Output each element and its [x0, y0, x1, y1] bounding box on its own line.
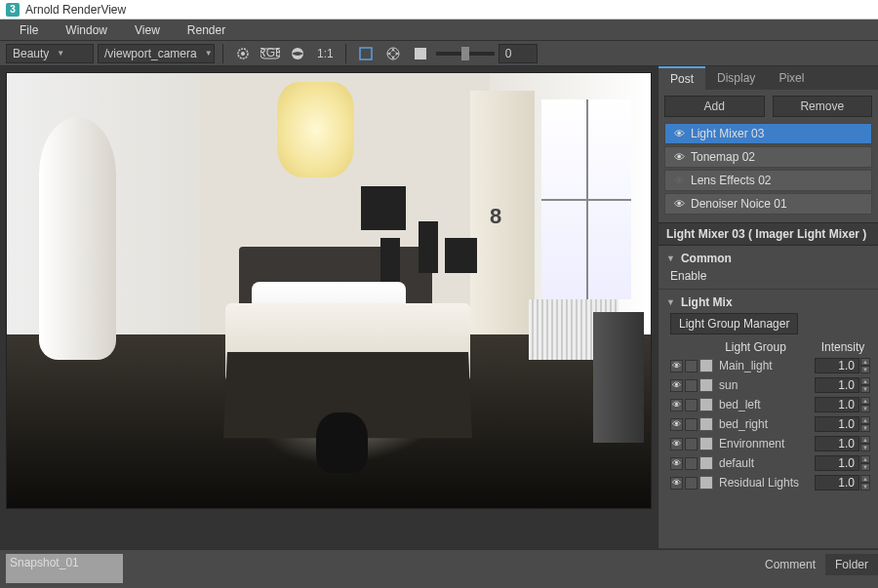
tab-comment[interactable]: Comment — [755, 554, 825, 575]
title-bar: 3 Arnold RenderView — [0, 0, 878, 20]
light-group-row: 👁Main_light1.0▲▼ — [670, 356, 870, 375]
aspect-ratio-icon[interactable]: 1:1 — [313, 42, 338, 65]
rollout-lightmix-header[interactable]: ▼ Light Mix — [666, 294, 870, 311]
rollout-lightmix: ▼ Light Mix Light Group Manager Light Gr… — [658, 290, 878, 549]
imager-section-title: Light Mixer 03 ( Imager Light Mixer ) — [658, 222, 878, 246]
color-swatch[interactable] — [699, 437, 713, 451]
eye-icon[interactable]: 👁 — [670, 438, 683, 451]
color-swatch[interactable] — [699, 398, 713, 412]
camera-dropdown[interactable]: /viewport_camera ▼ — [98, 44, 215, 63]
color-swatch[interactable] — [699, 378, 713, 392]
imager-item-tonemap[interactable]: 👁 Tonemap 02 — [664, 146, 872, 168]
light-group-name: Residual Lights — [717, 476, 815, 490]
tab-pixel[interactable]: Pixel — [767, 66, 816, 90]
caret-down-icon: ▼ — [205, 49, 213, 58]
eye-icon[interactable]: 👁 — [670, 399, 683, 412]
exposure-value[interactable]: 0 — [499, 44, 538, 63]
col-intensity: Intensity — [816, 340, 870, 354]
imager-item-denoiser[interactable]: 👁 Denoiser Noice 01 — [664, 193, 872, 215]
light-group-name: bed_left — [717, 398, 815, 412]
spinner[interactable]: ▲▼ — [860, 455, 870, 471]
rollout-common-header[interactable]: ▼ Common — [666, 250, 870, 267]
spinner[interactable]: ▲▼ — [860, 397, 870, 412]
panel-tabs: Post Display Pixel — [658, 66, 878, 90]
aperture-icon[interactable] — [381, 42, 405, 65]
eye-icon[interactable]: 👁 — [670, 360, 683, 372]
solo-icon[interactable] — [685, 399, 698, 412]
footer-bar: Snapshot_01 Comment Folder — [0, 549, 878, 588]
globe-icon[interactable] — [286, 42, 309, 65]
light-group-manager-button[interactable]: Light Group Manager — [670, 313, 798, 334]
intensity-input[interactable]: 1.0 — [815, 377, 859, 393]
render-area: 8 — [0, 66, 658, 549]
intensity-input[interactable]: 1.0 — [815, 436, 859, 451]
solo-icon[interactable] — [685, 360, 698, 372]
solo-icon[interactable] — [685, 477, 698, 490]
light-group-row: 👁bed_right1.0▲▼ — [670, 414, 870, 434]
solo-icon[interactable] — [685, 418, 698, 431]
light-group-row: 👁bed_left1.0▲▼ — [670, 395, 870, 414]
imager-item-light-mixer[interactable]: 👁 Light Mixer 03 — [664, 123, 872, 144]
tab-folder[interactable]: Folder — [825, 554, 878, 575]
eye-icon[interactable]: 👁 — [670, 418, 683, 431]
intensity-input[interactable]: 1.0 — [815, 397, 859, 412]
intensity-input[interactable]: 1.0 — [815, 416, 859, 432]
eye-icon[interactable]: 👁 — [670, 379, 683, 392]
enable-label[interactable]: Enable — [670, 269, 706, 283]
aov-dropdown[interactable]: Beauty ▼ — [6, 44, 94, 63]
render-view[interactable]: 8 — [6, 72, 652, 509]
remove-button[interactable]: Remove — [773, 96, 873, 117]
imager-list: 👁 Light Mixer 03 👁 Tonemap 02 👁 Lens Eff… — [658, 123, 878, 222]
imager-label: Denoiser Noice 01 — [691, 197, 787, 211]
solo-icon[interactable] — [685, 379, 698, 392]
exposure-slider[interactable] — [436, 52, 495, 56]
imager-item-lens-effects[interactable]: 👁 Lens Effects 02 — [664, 170, 872, 191]
light-group-row: 👁Residual Lights1.0▲▼ — [670, 473, 870, 492]
eye-icon[interactable]: 👁 — [671, 175, 687, 186]
app-icon: 3 — [6, 3, 20, 17]
slider-thumb[interactable] — [461, 47, 469, 60]
eye-icon[interactable]: 👁 — [671, 128, 687, 139]
solo-icon[interactable] — [685, 438, 698, 451]
light-group-row: 👁default1.0▲▼ — [670, 453, 870, 473]
solo-icon[interactable] — [685, 457, 698, 470]
rgb-icon[interactable]: RGB — [259, 42, 282, 65]
rollout-common: ▼ Common Enable — [658, 246, 878, 290]
snapshot-thumbnail[interactable]: Snapshot_01 — [6, 554, 123, 583]
tab-display[interactable]: Display — [705, 66, 767, 90]
menu-render[interactable]: Render — [174, 23, 239, 37]
side-panel: Post Display Pixel Add Remove 👁 Light Mi… — [658, 66, 878, 549]
imager-label: Tonemap 02 — [691, 150, 755, 164]
spinner[interactable]: ▲▼ — [860, 377, 870, 393]
exposure-value-label: 0 — [505, 47, 512, 60]
eye-icon[interactable]: 👁 — [670, 477, 683, 490]
crop-icon[interactable] — [354, 42, 378, 65]
light-group-table: Light Group Intensity 👁Main_light1.0▲▼👁s… — [670, 338, 870, 492]
color-swatch[interactable] — [699, 476, 713, 490]
spinner[interactable]: ▲▼ — [860, 475, 870, 490]
eye-icon[interactable]: 👁 — [671, 151, 687, 163]
color-swatch[interactable] — [699, 456, 713, 470]
eye-icon[interactable]: 👁 — [670, 457, 683, 470]
spinner[interactable]: ▲▼ — [860, 358, 870, 373]
snapshot-label: Snapshot_01 — [10, 556, 79, 569]
tab-post[interactable]: Post — [658, 66, 705, 90]
svg-text:RGB: RGB — [260, 47, 280, 59]
menu-view[interactable]: View — [121, 23, 174, 37]
divider — [345, 44, 346, 63]
spinner[interactable]: ▲▼ — [860, 436, 870, 451]
menu-file[interactable]: File — [6, 23, 52, 37]
color-swatch[interactable] — [699, 359, 713, 372]
eye-icon[interactable]: 👁 — [671, 198, 687, 210]
stop-icon[interactable] — [409, 42, 432, 65]
window-title: Arnold RenderView — [25, 3, 126, 17]
intensity-input[interactable]: 1.0 — [815, 358, 859, 373]
color-swatch[interactable] — [699, 417, 713, 431]
add-button[interactable]: Add — [664, 96, 765, 117]
intensity-input[interactable]: 1.0 — [815, 455, 859, 471]
spinner[interactable]: ▲▼ — [860, 416, 870, 432]
menu-window[interactable]: Window — [52, 23, 121, 37]
render-icon[interactable] — [231, 42, 255, 65]
light-group-name: Main_light — [717, 359, 815, 372]
intensity-input[interactable]: 1.0 — [815, 475, 859, 490]
